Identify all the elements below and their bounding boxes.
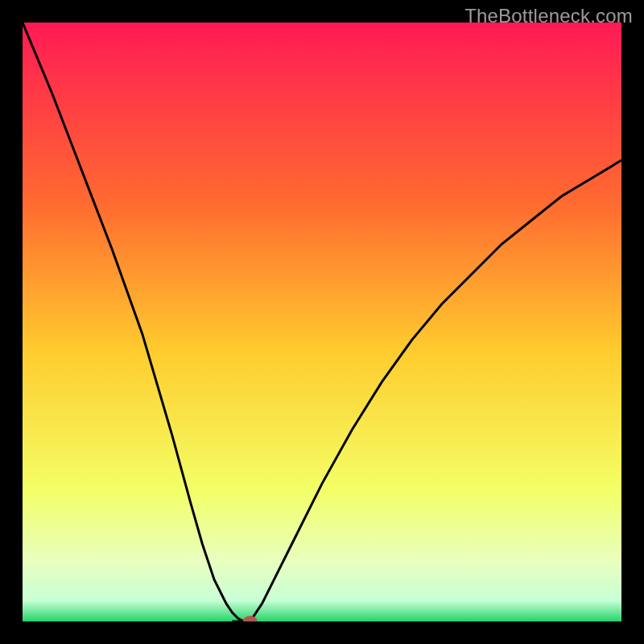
plot-area — [23, 23, 621, 621]
chart-frame: TheBottleneck.com — [0, 0, 644, 644]
gradient-background — [23, 23, 621, 621]
plot-svg — [23, 23, 621, 621]
